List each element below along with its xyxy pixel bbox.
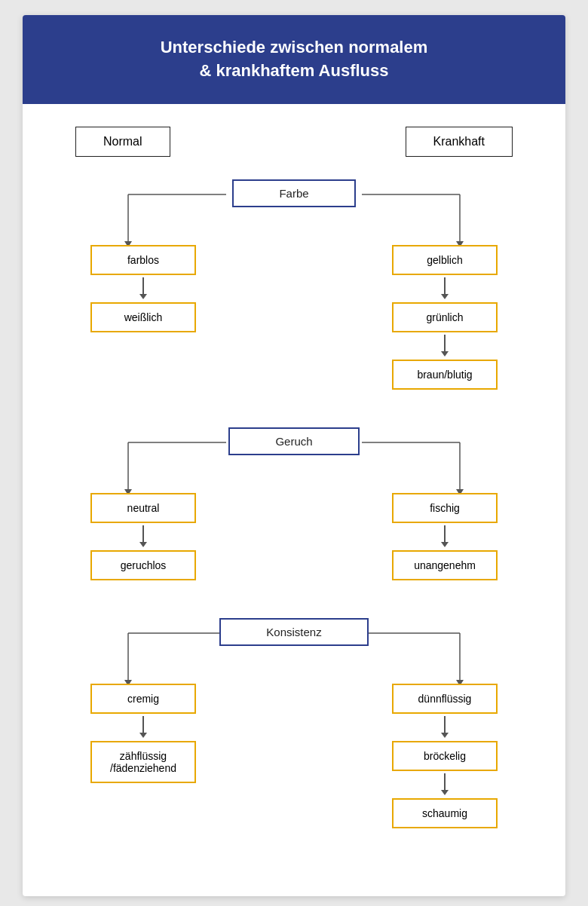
content-area: Normal Krankhaft Farbe [23,104,565,896]
leaf-right-2-0: dünnflüssig [392,684,498,714]
category-farbe: Farbe [232,179,355,207]
left-col-konsistenz: cremig zähflüssig /fädenziehend [68,684,219,828]
section-geruch: Geruch neutral [53,427,535,580]
arrow-right-2-0 [441,714,449,741]
arrow-left-1-0 [139,523,147,550]
left-col-geruch: neutral geruchlos [68,493,219,580]
section-konsistenz: Konsistenz cremig [53,618,535,828]
right-col-farbe: gelblich grünlich braun/blutig [369,245,520,390]
leaf-right-1-0: fischig [392,493,498,523]
leaf-left-2-0: cremig [90,684,196,714]
leaf-left-1-0: neutral [90,493,196,523]
krankhaft-label: Krankhaft [406,127,513,157]
arrow-left-0-0 [139,275,147,302]
leaf-left-0-1: weißlich [90,302,196,332]
main-card: Unterschiede zwischen normalem & krankha… [23,15,565,896]
section-farbe: Farbe farblos [53,179,535,390]
arrow-right-0-1 [441,332,449,360]
right-col-geruch: fischig unangenehm [369,493,520,580]
left-col-farbe: farblos weißlich [68,245,219,390]
category-konsistenz: Konsistenz [219,618,368,646]
page-header: Unterschiede zwischen normalem & krankha… [23,15,565,104]
leaf-right-1-1: unangenehm [392,550,498,580]
sections-container: Farbe farblos [53,179,535,828]
leaf-left-1-1: geruchlos [90,550,196,580]
leaf-left-0-0: farblos [90,245,196,275]
leaf-right-2-2: schaumig [392,798,498,828]
arrow-right-0-0 [441,275,449,302]
arrow-left-2-0 [139,714,147,741]
right-col-konsistenz: dünnflüssig bröckelig schaumig [369,684,520,828]
leaf-left-2-1: zähflüssig /fädenziehend [90,741,196,783]
leaf-right-2-1: bröckelig [392,741,498,771]
normal-label: Normal [75,127,170,157]
top-labels-row: Normal Krankhaft [53,127,535,157]
leaf-right-0-1: grünlich [392,302,498,332]
arrow-right-1-0 [441,523,449,550]
category-geruch: Geruch [228,427,359,455]
leaf-right-0-2: braun/blutig [392,360,498,390]
arrow-right-2-1 [441,771,449,798]
header-title: Unterschiede zwischen normalem & krankha… [161,38,428,80]
leaf-right-0-0: gelblich [392,245,498,275]
